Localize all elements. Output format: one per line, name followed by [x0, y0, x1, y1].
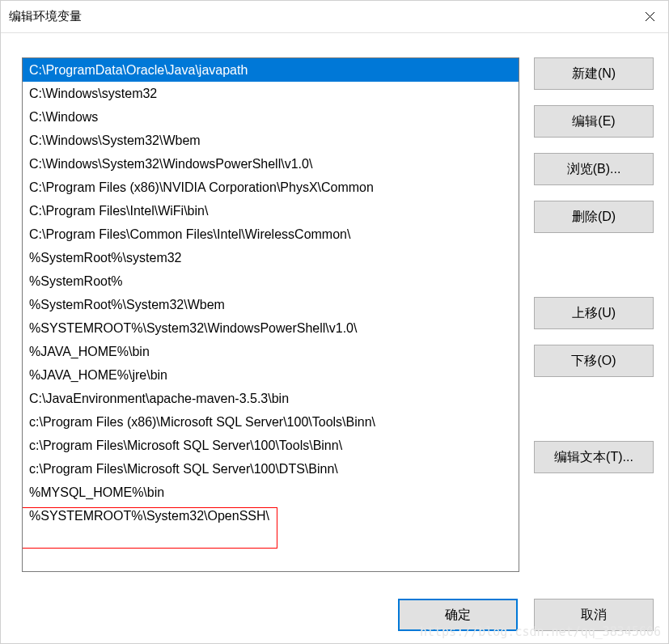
list-item[interactable]: %SYSTEMROOT%\System32\WindowsPowerShell\…: [23, 316, 519, 340]
edit-button[interactable]: 编辑(E): [534, 105, 654, 138]
cancel-button[interactable]: 取消: [534, 599, 654, 631]
list-item[interactable]: C:\JavaEnvironment\apache-maven-3.5.3\bi…: [23, 387, 519, 410]
ok-button[interactable]: 确定: [398, 599, 518, 631]
list-item[interactable]: %JAVA_HOME%\jre\bin: [23, 363, 519, 387]
path-listbox[interactable]: C:\ProgramData\Oracle\Java\javapathC:\Wi…: [22, 57, 519, 572]
dialog-footer: 确定 取消: [1, 587, 668, 643]
list-item[interactable]: C:\Program Files\Common Files\Intel\Wire…: [23, 222, 519, 246]
list-item[interactable]: C:\Windows: [23, 105, 519, 129]
list-item[interactable]: C:\Windows\System32\WindowsPowerShell\v1…: [23, 152, 519, 176]
list-item[interactable]: C:\Windows\System32\Wbem: [23, 129, 519, 152]
content-area: C:\ProgramData\Oracle\Java\javapathC:\Wi…: [1, 33, 668, 587]
list-item[interactable]: %SYSTEMROOT%\System32\OpenSSH\: [23, 504, 519, 527]
edit-text-button[interactable]: 编辑文本(T)...: [534, 441, 654, 473]
list-item[interactable]: c:\Program Files (x86)\Microsoft SQL Ser…: [23, 410, 519, 434]
list-item[interactable]: %SystemRoot%: [23, 269, 519, 293]
list-item[interactable]: %SystemRoot%\system32: [23, 246, 519, 269]
titlebar: 编辑环境变量: [1, 1, 668, 33]
dialog-window: 编辑环境变量 C:\ProgramData\Oracle\Java\javapa…: [0, 0, 669, 644]
list-item[interactable]: %MYSQL_HOME%\bin: [23, 481, 519, 504]
move-up-button[interactable]: 上移(U): [534, 297, 654, 329]
new-button[interactable]: 新建(N): [534, 57, 654, 90]
list-item[interactable]: C:\Program Files\Intel\WiFi\bin\: [23, 199, 519, 222]
move-down-button[interactable]: 下移(O): [534, 345, 654, 377]
list-item[interactable]: C:\Program Files (x86)\NVIDIA Corporatio…: [23, 176, 519, 199]
close-button[interactable]: [631, 1, 668, 33]
list-item[interactable]: %JAVA_HOME%\bin: [23, 340, 519, 363]
list-item[interactable]: C:\ProgramData\Oracle\Java\javapath: [23, 58, 519, 82]
list-item[interactable]: C:\Windows\system32: [23, 82, 519, 105]
browse-button[interactable]: 浏览(B)...: [534, 153, 654, 185]
close-icon: [645, 11, 655, 22]
list-item[interactable]: %SystemRoot%\System32\Wbem: [23, 293, 519, 316]
list-item[interactable]: c:\Program Files\Microsoft SQL Server\10…: [23, 457, 519, 481]
window-title: 编辑环境变量: [9, 9, 82, 24]
button-column: 新建(N) 编辑(E) 浏览(B)... 删除(D) 上移(U) 下移(O) 编…: [534, 57, 654, 577]
list-item[interactable]: c:\Program Files\Microsoft SQL Server\10…: [23, 434, 519, 457]
delete-button[interactable]: 删除(D): [534, 201, 654, 233]
